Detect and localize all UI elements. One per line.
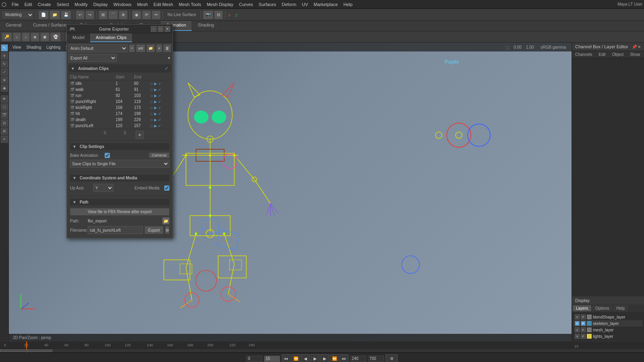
open-file-btn[interactable]: 📁 bbox=[50, 10, 60, 19]
channel-btn[interactable]: ≡ bbox=[1, 136, 8, 143]
clip-check[interactable]: ✓ bbox=[158, 88, 161, 92]
scale-tool-btn[interactable]: ⤢ bbox=[1, 68, 8, 76]
menu-modify[interactable]: Modify bbox=[72, 1, 90, 8]
universal-tool-btn[interactable]: ⊕ bbox=[1, 76, 8, 84]
ge-tab-animation[interactable]: Animation Clips bbox=[90, 33, 132, 42]
rotate-tool-btn[interactable]: ↻ bbox=[1, 60, 8, 68]
redo-btn[interactable]: ↪ bbox=[85, 10, 94, 19]
current-frame-input[interactable] bbox=[264, 356, 280, 362]
cb-pin-btn[interactable]: 📌 bbox=[632, 45, 637, 49]
show-hide-btn[interactable]: 👁 bbox=[1, 95, 8, 103]
ge-preset-anim-btn[interactable]: aI€ bbox=[136, 44, 145, 52]
ghosting-btn[interactable]: 👻 bbox=[50, 33, 61, 41]
clip-keys-btn[interactable]: ⊟ bbox=[150, 106, 153, 110]
frame-start-input[interactable] bbox=[246, 356, 262, 362]
menu-edit[interactable]: Edit bbox=[22, 1, 35, 8]
menu-surfaces[interactable]: Surfaces bbox=[256, 1, 279, 8]
ge-path-header[interactable]: ▼ Path bbox=[70, 199, 169, 206]
clip-play-btn[interactable]: ▶ bbox=[154, 100, 157, 104]
menu-curves[interactable]: Curves bbox=[236, 1, 256, 8]
select-tool-btn[interactable]: ◉ bbox=[132, 10, 141, 19]
skip-end-btn[interactable]: ⏭ bbox=[340, 354, 349, 362]
mute-btn[interactable]: ◉ bbox=[40, 33, 50, 41]
prev-key-btn[interactable]: ⏪ bbox=[291, 354, 300, 362]
layer-vis-mesh[interactable]: V bbox=[575, 327, 580, 332]
ge-preset-del-btn[interactable]: 🗑 bbox=[163, 44, 171, 52]
ch-tab-edit[interactable]: Edit bbox=[595, 51, 609, 58]
up-axis-select[interactable]: Y Z bbox=[93, 184, 114, 192]
clip-keys-btn[interactable]: ⊟ bbox=[150, 118, 153, 122]
layer-render-skeleton[interactable]: P bbox=[581, 321, 586, 326]
ch-tab-show[interactable]: Show bbox=[627, 51, 643, 58]
next-frame-btn[interactable]: ▶ bbox=[320, 354, 329, 362]
clip-play-btn[interactable]: ▶ bbox=[154, 82, 157, 86]
cameras-btn[interactable]: Cameras bbox=[149, 152, 169, 158]
menu-select[interactable]: Select bbox=[54, 1, 72, 8]
select-mode-btn[interactable]: ↖ bbox=[1, 44, 8, 51]
clip-play-btn[interactable]: ▶ bbox=[154, 88, 157, 92]
ge-preset-folder-btn[interactable]: 📁 bbox=[147, 44, 155, 52]
clip-check[interactable]: ✓ bbox=[158, 112, 161, 116]
timeline-range[interactable] bbox=[0, 350, 52, 352]
embed-media-check[interactable] bbox=[164, 185, 169, 191]
clip-keys-btn[interactable]: ⊟ bbox=[150, 100, 153, 104]
export-btn[interactable]: Export bbox=[144, 226, 163, 234]
disp-tab-help[interactable]: Help bbox=[613, 305, 628, 311]
ch-tab-channels[interactable]: Channels bbox=[572, 51, 595, 58]
menu-file[interactable]: File bbox=[9, 1, 22, 8]
key-btn[interactable]: 🔑 bbox=[2, 33, 12, 41]
export-gear-btn[interactable]: ⚙ bbox=[165, 226, 169, 234]
breakdown-btn[interactable]: ◈ bbox=[31, 33, 39, 41]
clip-check[interactable]: ✓ bbox=[158, 82, 161, 86]
timeline-track-area[interactable] bbox=[0, 348, 644, 352]
set-key-btn[interactable]: ⬦ bbox=[13, 33, 21, 41]
menu-uv[interactable]: UV bbox=[299, 1, 311, 8]
clip-keys-btn[interactable]: ⊟ bbox=[150, 112, 153, 116]
vp-shading-menu[interactable]: Shading bbox=[25, 45, 43, 50]
workspace-selector[interactable]: Modeling bbox=[2, 10, 34, 19]
clip-check[interactable]: ✓ bbox=[158, 94, 161, 98]
ge-coord-header[interactable]: ▼ Coordinate System and Media bbox=[70, 175, 169, 181]
clip-play-btn[interactable]: ▶ bbox=[154, 106, 157, 110]
next-key-btn[interactable]: ⏩ bbox=[330, 354, 339, 362]
bake-animation-check[interactable] bbox=[105, 153, 110, 158]
ge-tab-model[interactable]: Model bbox=[67, 33, 90, 42]
soft-select-btn[interactable]: ◉ bbox=[1, 84, 8, 92]
menu-mesh-tools[interactable]: Mesh Tools bbox=[176, 1, 204, 8]
disp-tab-options[interactable]: Options bbox=[592, 305, 612, 311]
ge-select-all-check[interactable]: ✓ bbox=[165, 66, 169, 71]
clip-play-btn[interactable]: ▶ bbox=[154, 94, 157, 98]
render-btn[interactable]: ⬡ bbox=[1, 103, 8, 111]
attr-btn[interactable]: ⊞ bbox=[1, 128, 8, 135]
new-file-btn[interactable]: 📄 bbox=[38, 10, 49, 19]
save-file-btn[interactable]: 💾 bbox=[61, 10, 71, 19]
ch-tab-object[interactable]: Object bbox=[609, 51, 627, 58]
lasso-btn[interactable]: ⟳ bbox=[142, 10, 151, 19]
clip-check[interactable]: ✓ bbox=[158, 106, 161, 110]
playback-options-btn[interactable]: ⚙ bbox=[386, 354, 398, 362]
layer-render-lights[interactable]: P bbox=[581, 334, 586, 339]
clip-keys-btn[interactable]: ⊟ bbox=[150, 88, 153, 92]
clip-check[interactable]: ✓ bbox=[158, 124, 161, 128]
menu-mesh-display[interactable]: Mesh Display bbox=[204, 1, 236, 8]
menu-deform[interactable]: Deform bbox=[279, 1, 299, 8]
layer-render-blendshape[interactable]: P bbox=[581, 315, 586, 319]
snap-curve-btn[interactable]: ⌒ bbox=[108, 10, 118, 19]
playback-end-input[interactable] bbox=[368, 356, 384, 362]
move-tool-btn[interactable]: ✛ bbox=[1, 52, 8, 60]
skip-start-btn[interactable]: ⏮ bbox=[282, 354, 291, 362]
clip-play-btn[interactable]: ▶ bbox=[154, 112, 157, 116]
clip-keys-btn[interactable]: ⊟ bbox=[150, 94, 153, 98]
vp-lighting-menu[interactable]: Lighting bbox=[44, 45, 62, 50]
menu-create[interactable]: Create bbox=[35, 1, 54, 8]
grid-btn[interactable]: ⊟ bbox=[214, 10, 223, 19]
ge-export-select[interactable]: Export All Export Selection bbox=[68, 54, 117, 62]
snap-grid-btn[interactable]: ⊞ bbox=[99, 10, 107, 19]
layer-btn[interactable]: ⊟ bbox=[1, 119, 8, 127]
auto-key-btn[interactable]: ⬦ bbox=[22, 33, 30, 41]
vp-view-menu[interactable]: View bbox=[10, 45, 23, 50]
menu-mesh[interactable]: Mesh bbox=[134, 1, 151, 8]
ge-clip-settings-header[interactable]: ▼ Clip Settings bbox=[70, 143, 169, 150]
menu-display[interactable]: Display bbox=[91, 1, 111, 8]
play-btn[interactable]: ▶ bbox=[311, 354, 320, 362]
